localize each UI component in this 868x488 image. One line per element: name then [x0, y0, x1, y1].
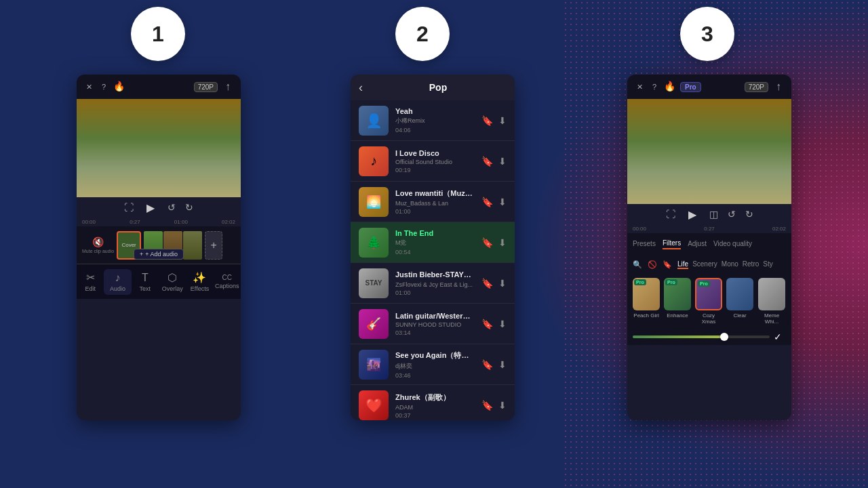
bookmark-btn-3[interactable]: 🔖 [481, 237, 493, 248]
toolbar-overlay[interactable]: ⬡ Overlay [159, 268, 186, 295]
download-btn-3[interactable]: ⬇ [498, 237, 507, 248]
tab-video-quality[interactable]: Video quality [713, 240, 752, 249]
download-btn-2[interactable]: ⬇ [498, 197, 507, 207]
toolbar-edit[interactable]: ✂ Edit [77, 268, 104, 295]
add-audio-button[interactable]: + + Add audio [134, 249, 184, 260]
download-btn-0[interactable]: ⬇ [498, 115, 507, 126]
bookmark-btn-5[interactable]: 🔖 [481, 319, 493, 329]
music-actions-6: 🔖 ⬇ [481, 359, 507, 370]
music-name-0: Yeah [395, 107, 475, 115]
bookmark-filter-icon[interactable]: 🔖 [663, 260, 672, 269]
music-name-5: Latin guitar/Western m... [395, 312, 475, 320]
music-actions-1: 🔖 ⬇ [481, 156, 507, 167]
music-info-2: Love nwantiti（Muz_Ba... Muz_Badass & Lan… [395, 188, 475, 215]
filter-item-3[interactable]: Clear [726, 278, 753, 325]
music-duration-2: 01:00 [395, 208, 475, 215]
resolution-badge-1[interactable]: 720P [194, 82, 218, 92]
compare-icon-3[interactable]: ◫ [709, 209, 718, 220]
slider-fill [633, 336, 728, 338]
download-btn-1[interactable]: ⬇ [498, 156, 507, 167]
step-2-circle: 2 [395, 7, 450, 61]
music-item-7[interactable]: ❤️ Zhurek（副歌） ADAM 00:37 🔖 ⬇ [351, 385, 515, 420]
fullscreen-icon-1[interactable]: ⛶ [124, 202, 134, 213]
filter-cat-scenery[interactable]: Scenery [692, 260, 717, 269]
toolbar-text[interactable]: T Text [132, 269, 159, 295]
upload-icon-3[interactable]: ↑ [772, 81, 785, 93]
play-button-3[interactable]: ▶ [685, 207, 700, 222]
music-actions-5: 🔖 ⬇ [481, 319, 507, 329]
music-item-0[interactable]: 👤 Yeah 小稀Remix 04:06 🔖 ⬇ [351, 100, 515, 141]
filter-slider[interactable] [633, 336, 770, 338]
music-header: ‹ Pop [351, 75, 515, 100]
undo-icon-3[interactable]: ↺ [728, 209, 736, 220]
back-button[interactable]: ‹ [359, 81, 363, 95]
download-btn-4[interactable]: ⬇ [498, 278, 507, 289]
redo-icon-3[interactable]: ↻ [745, 209, 753, 220]
music-thumb-6: 🌆 [359, 350, 389, 380]
download-btn-5[interactable]: ⬇ [498, 319, 507, 329]
help-button-1[interactable]: ? [98, 81, 109, 92]
filter-cat-retro[interactable]: Retro [743, 260, 759, 269]
effects-icon: ✨ [193, 271, 206, 284]
fullscreen-icon-3[interactable]: ⛶ [666, 209, 675, 220]
bookmark-btn-2[interactable]: 🔖 [481, 197, 493, 207]
upload-icon-1[interactable]: ↑ [222, 81, 234, 93]
bookmark-btn-7[interactable]: 🔖 [481, 400, 493, 411]
close-button-1[interactable]: ✕ [83, 81, 94, 92]
music-thumb-7: ❤️ [359, 390, 389, 420]
resolution-badge-3[interactable]: 720P [745, 82, 768, 92]
bookmark-btn-1[interactable]: 🔖 [481, 156, 493, 167]
close-button-3[interactable]: ✕ [634, 81, 645, 92]
music-item-5[interactable]: 🎸 Latin guitar/Western m... SUNNY HOOD S… [351, 304, 515, 344]
music-item-1[interactable]: ♪ I Love Disco Official Sound Studio 00:… [351, 141, 515, 182]
confirm-button[interactable]: ✓ [770, 329, 786, 345]
music-item-3[interactable]: 🌲 In The End M党 00:54 🔖 ⬇ [351, 222, 515, 263]
tab-filters[interactable]: Filters [663, 239, 681, 249]
toolbar-captions[interactable]: CC Captions [214, 271, 241, 292]
music-thumb-5: 🎸 [359, 309, 389, 339]
search-icon-3[interactable]: 🔍 [633, 260, 642, 269]
music-artist-6: dj林奕 [395, 362, 475, 371]
filter-label-4: Meme Whi... [757, 312, 786, 325]
redo-icon-1[interactable]: ↻ [185, 202, 193, 213]
clip-thumb-3[interactable] [183, 231, 202, 260]
download-btn-7[interactable]: ⬇ [498, 400, 507, 411]
tab-presets[interactable]: Presets [633, 240, 656, 249]
mute-button[interactable]: 🔇 Mute clip audio [82, 237, 114, 253]
slider-thumb[interactable] [720, 333, 728, 341]
music-actions-0: 🔖 ⬇ [481, 115, 507, 126]
bookmark-btn-6[interactable]: 🔖 [481, 359, 493, 370]
help-button-3[interactable]: ? [649, 81, 660, 92]
download-btn-6[interactable]: ⬇ [498, 359, 507, 370]
undo-icon-1[interactable]: ↺ [167, 202, 176, 213]
filter-label-3: Clear [733, 312, 746, 319]
filter-item-1[interactable]: Pro Enhance [664, 278, 691, 325]
music-duration-3: 00:54 [395, 249, 475, 256]
step-1-number: 1 [152, 22, 164, 47]
bookmark-btn-4[interactable]: 🔖 [481, 278, 493, 289]
music-info-4: Justin Bieber-STAY（剪... ZsFlovexi & Jcy … [395, 270, 475, 296]
filter-cat-mono[interactable]: Mono [722, 260, 738, 269]
play-button-1[interactable]: ▶ [143, 200, 158, 215]
add-clip-button[interactable]: + [205, 231, 222, 260]
toolbar-effects[interactable]: ✨ Effects [186, 268, 213, 295]
music-artist-1: Official Sound Studio [395, 159, 475, 165]
panel-1-editor: ✕ ? 🔥 720P ↑ ⛶ ▶ ↺ ↻ 00:00 0:27 01:00 02… [77, 75, 241, 420]
filter-item-0[interactable]: Pro Peach Girl [633, 278, 660, 325]
filter-item-2[interactable]: Pro Cozy Xmas [695, 278, 722, 325]
music-name-1: I Love Disco [395, 149, 475, 157]
filter-cat-life[interactable]: Life [677, 260, 688, 269]
bookmark-btn-0[interactable]: 🔖 [481, 115, 493, 126]
tab-adjust[interactable]: Adjust [688, 240, 707, 249]
panel-3-filters: ✕ ? 🔥 Pro 720P ↑ ⛶ ▶ ◫ ↺ ↻ 00:00 0:27 02… [627, 75, 791, 420]
no-symbol-icon[interactable]: 🚫 [648, 260, 657, 269]
music-info-0: Yeah 小稀Remix 04:06 [395, 107, 475, 134]
music-item-4[interactable]: STAY Justin Bieber-STAY（剪... ZsFlovexi &… [351, 263, 515, 304]
music-item-6[interactable]: 🌆 See you Again（特别版） dj林奕 03:46 🔖 ⬇ [351, 344, 515, 385]
filter-item-4[interactable]: Meme Whi... [757, 278, 786, 325]
toolbar-audio[interactable]: ♪ Audio [104, 269, 131, 295]
filter-cat-sty[interactable]: Sty [763, 260, 772, 269]
step-2-number: 2 [416, 22, 429, 47]
music-item-2[interactable]: 🌅 Love nwantiti（Muz_Ba... Muz_Badass & L… [351, 182, 515, 222]
music-duration-4: 01:00 [395, 289, 475, 296]
